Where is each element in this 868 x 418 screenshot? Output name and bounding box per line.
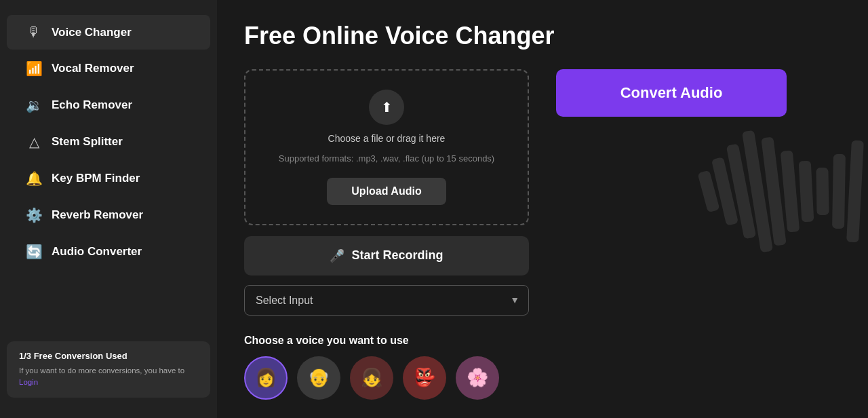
audio-converter-icon: 🔄 [26, 244, 42, 260]
right-panel: Convert Audio [556, 69, 841, 130]
start-recording-button[interactable]: 🎤 Start Recording [244, 236, 529, 276]
sidebar-item-audio-converter[interactable]: 🔄Audio Converter [7, 234, 210, 269]
sidebar-item-vocal-remover[interactable]: 📶Vocal Remover [7, 51, 210, 86]
voice-section-title: Choose a voice you want to use [244, 335, 529, 347]
upload-text-sub: Supported formats: .mp3, .wav, .flac (up… [279, 152, 494, 166]
sidebar-item-voice-changer[interactable]: 🎙Voice Changer [7, 15, 210, 50]
sidebar-item-label-reverb-remover: Reverb Remover [52, 208, 143, 222]
waveform-bar [742, 130, 773, 253]
sidebar-footer-title: 1/3 Free Conversion Used [19, 351, 198, 361]
convert-audio-button[interactable]: Convert Audio [556, 69, 787, 117]
content-area: ⬆ Choose a file or drag it here Supporte… [244, 69, 841, 400]
login-link[interactable]: Login [19, 378, 38, 386]
waveform-bar [799, 161, 814, 223]
main-content: Free Online Voice Changer ⬆ Choose a fil… [217, 0, 868, 418]
sidebar-item-stem-splitter[interactable]: △Stem Splitter [7, 124, 210, 159]
voice-avatar-anime-girl[interactable]: 👩 [244, 356, 288, 400]
voice-avatar-biden[interactable]: 👴 [297, 356, 340, 400]
stem-splitter-icon: △ [26, 134, 42, 150]
vocal-remover-icon: 📶 [26, 60, 42, 77]
waveform-bar [726, 144, 756, 240]
waveform-bar [846, 140, 864, 243]
voice-avatar-cap-girl[interactable]: 👧 [350, 356, 393, 400]
sidebar-item-label-vocal-remover: Vocal Remover [52, 62, 134, 75]
reverb-remover-icon: ⚙️ [26, 207, 42, 223]
upload-text-main: Choose a file or drag it here [328, 133, 446, 144]
sidebar-footer-desc: If you want to do more conversions, you … [19, 365, 198, 389]
sidebar-item-reverb-remover[interactable]: ⚙️Reverb Remover [7, 197, 210, 233]
sidebar-item-label-audio-converter: Audio Converter [52, 245, 142, 259]
sidebar-footer: 1/3 Free Conversion Used If you want to … [7, 341, 210, 398]
voice-avatar-demon[interactable]: 👺 [403, 356, 446, 400]
waveform-bar [698, 170, 720, 213]
upload-zone[interactable]: ⬆ Choose a file or drag it here Supporte… [244, 69, 529, 225]
waveform-bar [761, 136, 786, 246]
voice-avatar-pink-girl[interactable]: 🌸 [456, 356, 499, 400]
upload-audio-button[interactable]: Upload Audio [327, 178, 446, 205]
left-panel: ⬆ Choose a file or drag it here Supporte… [244, 69, 529, 400]
select-input-wrapper: Select Input ▼ [244, 285, 529, 316]
sidebar: 🎙Voice Changer📶Vocal Remover🔉Echo Remove… [0, 0, 217, 418]
sidebar-item-label-echo-remover: Echo Remover [52, 98, 132, 112]
microphone-icon: 🎤 [330, 248, 344, 263]
waveform-bar [781, 150, 800, 232]
page-title: Free Online Voice Changer [244, 22, 841, 50]
waveform-bar [832, 154, 846, 229]
sidebar-item-label-voice-changer: Voice Changer [52, 26, 132, 39]
waveform-bar [711, 157, 738, 225]
sidebar-item-echo-remover[interactable]: 🔉Echo Remover [7, 88, 210, 123]
waveform-decoration [703, 124, 861, 259]
key-bpm-finder-icon: 🔔 [26, 170, 42, 187]
sidebar-item-key-bpm-finder[interactable]: 🔔Key BPM Finder [7, 161, 210, 196]
sidebar-item-label-key-bpm-finder: Key BPM Finder [52, 172, 140, 185]
upload-icon: ⬆ [369, 90, 404, 125]
sidebar-item-label-stem-splitter: Stem Splitter [52, 135, 123, 149]
voice-changer-icon: 🎙 [26, 24, 42, 40]
select-input[interactable]: Select Input [244, 285, 529, 316]
waveform-bar [816, 168, 829, 215]
echo-remover-icon: 🔉 [26, 97, 42, 113]
voice-avatars: 👩👴👧👺🌸 [244, 356, 529, 400]
